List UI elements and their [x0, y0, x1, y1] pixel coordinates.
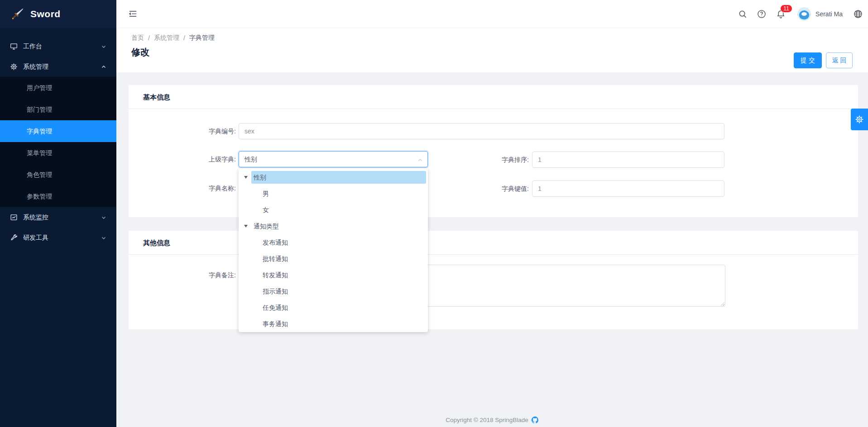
breadcrumb: 首页 / 系统管理 / 字典管理: [131, 34, 215, 42]
tree-node-appoint-notice[interactable]: 任免通知: [239, 299, 428, 316]
sidebar-item-label: 系统管理: [23, 63, 48, 71]
chevron-up-icon: [101, 64, 106, 70]
parent-dict-label: 上级字典:: [154, 151, 236, 167]
topbar-actions: 11 Serati Ma: [739, 0, 868, 28]
sword-icon: [11, 7, 24, 21]
monitor-icon: [10, 43, 18, 50]
app-title: Sword: [30, 9, 61, 19]
tree-node-publish-notice[interactable]: 发布通知: [239, 234, 428, 251]
breadcrumb-current: 字典管理: [189, 34, 215, 42]
dict-sort-label: 字典排序:: [447, 152, 529, 168]
avatar[interactable]: [797, 7, 811, 21]
chevron-down-icon: [101, 44, 106, 49]
system-mgmt-submenu: 用户管理 部门管理 字典管理 菜单管理 角色管理 参数管理: [0, 77, 116, 207]
dict-code-label: 字典编号:: [154, 123, 236, 139]
chart-icon: [10, 214, 18, 221]
sidebar-item-label: 系统监控: [23, 214, 48, 222]
dict-sort-input[interactable]: [532, 152, 724, 168]
tree-caret-icon[interactable]: [244, 176, 251, 179]
page-header: 首页 / 系统管理 / 字典管理 修改 提 交 返 回: [116, 28, 868, 72]
tree-node-male[interactable]: 男: [239, 185, 428, 202]
other-info-card: 其他信息 字典备注:: [129, 231, 858, 329]
sidebar-collapse-icon[interactable]: [128, 9, 138, 19]
submit-button[interactable]: 提 交: [794, 52, 822, 68]
search-icon[interactable]: [739, 10, 747, 19]
help-icon[interactable]: [757, 9, 766, 19]
sidebar-item-workbench[interactable]: 工作台: [0, 36, 116, 57]
basic-info-card: 基本信息 字典编号: 上级字典: 性别 字典排序: 字典名称: 字典键值:: [129, 85, 858, 217]
sidebar-item-role-mgmt[interactable]: 角色管理: [0, 164, 116, 185]
topbar: 11 Serati Ma: [116, 0, 868, 28]
other-info-title: 其他信息: [129, 231, 858, 255]
sidebar-item-system-monitor[interactable]: 系统监控: [0, 207, 116, 228]
parent-dict-select[interactable]: 性别: [239, 151, 428, 167]
dict-name-label: 字典名称:: [154, 180, 236, 196]
tree-node-approve-notice[interactable]: 批转通知: [239, 251, 428, 267]
dict-remark-label: 字典备注:: [154, 267, 236, 283]
tree-node-affair-notice[interactable]: 事务通知: [239, 316, 428, 332]
user-name[interactable]: Serati Ma: [815, 10, 843, 18]
back-button[interactable]: 返 回: [826, 52, 853, 68]
basic-info-title: 基本信息: [129, 85, 858, 109]
notifications[interactable]: 11: [776, 9, 786, 19]
sidebar-item-label: 研发工具: [23, 234, 48, 242]
chevron-down-icon: [101, 215, 106, 220]
dict-code-input[interactable]: [239, 123, 724, 139]
theme-settings-button[interactable]: [851, 109, 868, 130]
sidebar-item-dept-mgmt[interactable]: 部门管理: [0, 99, 116, 120]
parent-dict-value: 性别: [245, 156, 257, 163]
gear-icon: [855, 115, 864, 124]
copyright-text: Copyright © 2018 SpringBlade: [446, 417, 528, 423]
gear-icon: [10, 63, 18, 71]
tree-node-sex[interactable]: 性别: [239, 169, 428, 185]
sidebar-menu: 工作台 系统管理 用户管理 部门管理 字典管理 菜单管理 角色管理 参数管理: [0, 36, 116, 248]
page-title: 修改: [131, 46, 149, 58]
sidebar-item-system-mgmt[interactable]: 系统管理: [0, 57, 116, 77]
github-icon[interactable]: [531, 416, 539, 424]
sidebar-item-dict-mgmt[interactable]: 字典管理: [0, 120, 116, 142]
dict-key-label: 字典键值:: [447, 180, 529, 197]
sidebar-item-param-mgmt[interactable]: 参数管理: [0, 185, 116, 207]
dict-key-input[interactable]: [532, 180, 724, 197]
tree-node-notice-type[interactable]: 通知类型: [239, 218, 428, 234]
globe-icon[interactable]: [854, 9, 863, 19]
tree-caret-icon[interactable]: [244, 225, 251, 228]
sidebar-item-user-mgmt[interactable]: 用户管理: [0, 77, 116, 99]
footer: Copyright © 2018 SpringBlade: [116, 416, 868, 424]
tree-node-forward-notice[interactable]: 转发通知: [239, 267, 428, 283]
sidebar-item-menu-mgmt[interactable]: 菜单管理: [0, 142, 116, 164]
sidebar-item-dev-tools[interactable]: 研发工具: [0, 228, 116, 248]
breadcrumb-system[interactable]: 系统管理: [154, 34, 179, 42]
parent-dict-dropdown: 性别 男 女 通知类型 发布通知 批转通知 转发通知 指示通知 任免通知 事务通…: [239, 168, 428, 332]
chevron-up-icon: [417, 157, 423, 163]
tree-node-female[interactable]: 女: [239, 202, 428, 218]
breadcrumb-home[interactable]: 首页: [131, 34, 144, 42]
chevron-down-icon: [101, 235, 106, 241]
notification-badge: 11: [780, 5, 792, 13]
sidebar-item-label: 工作台: [23, 43, 42, 51]
app-logo[interactable]: Sword: [0, 0, 116, 28]
sidebar: Sword 工作台 系统管理: [0, 0, 116, 427]
wrench-icon: [10, 234, 18, 242]
tree-node-instruct-notice[interactable]: 指示通知: [239, 283, 428, 299]
